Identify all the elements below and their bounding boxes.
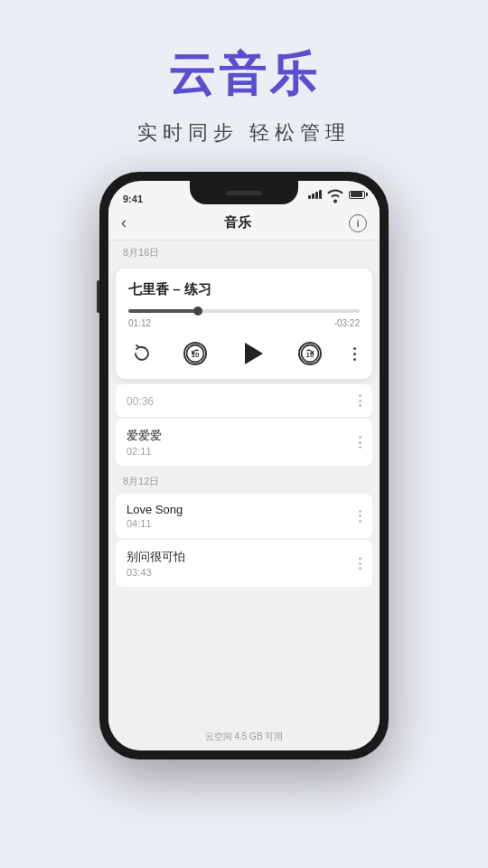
wifi-icon [325,184,345,204]
track-duration: 03:43 [127,567,185,578]
time-row: 01:12 -03:22 [128,318,360,328]
rewind-icon: 10 [185,344,205,363]
date-separator-aug12: 8月12日 [108,467,380,492]
loop-icon [132,344,152,363]
time-remaining: -03:22 [334,318,360,328]
status-time: 9:41 [123,193,143,204]
track-item[interactable]: 00:36 [116,384,372,417]
app-subtitle: 实时同步 轻松管理 [137,119,351,146]
track-more-menu[interactable] [359,557,361,570]
forward-icon: 10 [300,344,320,363]
progress-fill [128,309,198,313]
track-item[interactable]: Love Song 04:11 [116,494,372,538]
battery-icon [349,191,365,199]
more-button[interactable] [353,347,356,361]
app-title: 云音乐 [168,43,320,107]
nav-bar: ‹ 音乐 i [108,206,380,241]
notch-speaker [226,191,262,195]
play-icon [245,343,263,364]
track-more-menu[interactable] [359,394,361,407]
player-track-name: 七里香 – 练习 [128,281,360,298]
info-button[interactable]: i [349,214,367,232]
track-info: Love Song 04:11 [127,503,183,529]
storage-text: 云空间 4.5 GB 可用 [205,731,284,741]
progress-thumb [193,307,202,316]
track-item[interactable]: 别问很可怕 03:43 [116,540,372,587]
player-card: 七里香 – 练习 01:12 -03:22 [116,269,372,379]
forward-button[interactable]: 10 [298,342,322,365]
phone-mockup: 9:41 ‹ [99,172,389,769]
signal-icon [308,190,322,199]
time-current: 01:12 [128,318,151,328]
track-name: 爱爱爱 [127,428,162,444]
content-area: 8月16日 七里香 – 练习 01:12 -03:22 [108,241,380,750]
track-duration: 00:36 [127,395,154,408]
controls-row: 10 10 [128,339,360,368]
track-more-menu[interactable] [359,510,361,523]
track-duration: 04:11 [127,518,183,529]
track-info: 爱爱爱 02:11 [127,428,162,457]
status-icons [308,184,365,204]
rewind-button[interactable]: 10 [183,342,207,365]
phone-notch [190,181,298,204]
track-duration: 02:11 [127,446,162,457]
phone-shell: 9:41 ‹ [99,172,389,760]
date-separator-aug16: 8月16日 [108,241,380,263]
progress-bar[interactable] [128,309,360,313]
loop-button[interactable] [132,344,152,363]
track-info: 00:36 [127,393,154,408]
storage-info: 云空间 4.5 GB 可用 [108,731,380,743]
nav-title: 音乐 [224,214,251,231]
track-item[interactable]: 爱爱爱 02:11 [116,419,372,466]
track-name: Love Song [127,503,183,516]
back-button[interactable]: ‹ [121,213,127,232]
track-name: 别问很可怕 [127,549,185,565]
track-info: 别问很可怕 03:43 [127,549,185,578]
track-more-menu[interactable] [359,436,361,448]
phone-screen: 9:41 ‹ [108,181,380,750]
play-button[interactable] [239,339,267,368]
